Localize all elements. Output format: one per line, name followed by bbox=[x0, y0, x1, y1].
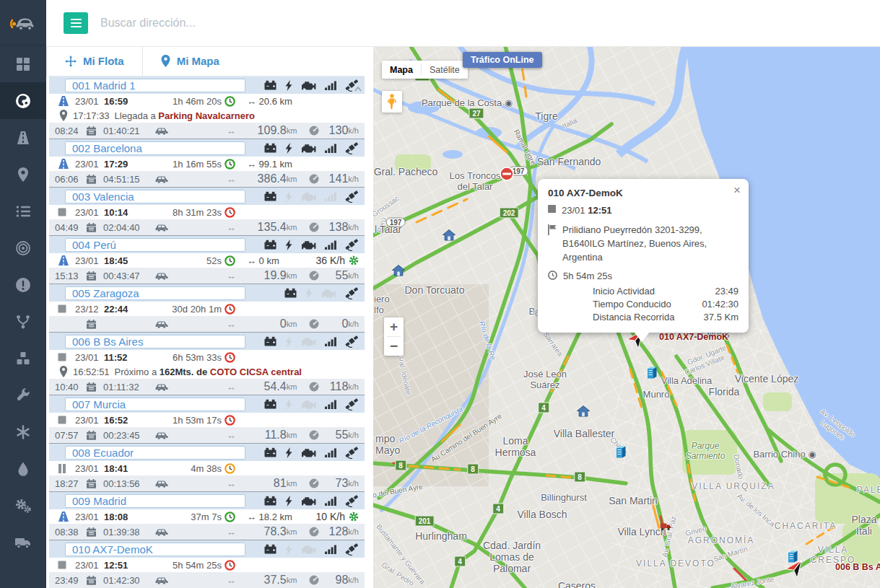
popup-stat-row: Inicio Actividad23:49 bbox=[548, 286, 739, 297]
vehicle-marker-label[interactable]: 006 B Bs Aires bbox=[835, 562, 880, 572]
zoom-out-button[interactable]: − bbox=[384, 337, 404, 356]
vehicle-name[interactable]: 006 B Bs Aires bbox=[65, 335, 245, 348]
distance-unit: km bbox=[287, 576, 297, 584]
vehicle-header: 004 Perú bbox=[49, 236, 365, 253]
battery-status-icon bbox=[264, 399, 276, 409]
vehicle-marker-label[interactable]: 010 AX7-DemoK bbox=[659, 332, 728, 342]
hamburger-menu-button[interactable] bbox=[64, 12, 88, 34]
house-icon[interactable] bbox=[443, 229, 456, 244]
sidebar-item-road[interactable] bbox=[0, 119, 46, 156]
vehicle-name[interactable]: 001 Madrid 1 bbox=[65, 79, 245, 92]
map-type-satelite-button[interactable]: Satélite bbox=[422, 65, 468, 75]
flag-icon bbox=[548, 224, 557, 235]
scroll-up-icon[interactable] bbox=[354, 82, 362, 95]
wrench-icon bbox=[15, 387, 31, 403]
vehicle-name[interactable]: 010 AX7-DemoK bbox=[65, 543, 245, 556]
sidebar-item-list[interactable] bbox=[0, 193, 46, 229]
popup-activity-stats: Inicio Actividad23:49Tiempo Conducido01:… bbox=[548, 286, 739, 322]
sidebar-item-fork[interactable] bbox=[0, 303, 46, 340]
distance-unit: km bbox=[287, 431, 297, 439]
map-canvas[interactable]: Parque de la Costa ◉TigreItaliaSan Ferna… bbox=[373, 46, 880, 588]
vehicle-name[interactable]: 002 Barcelona bbox=[65, 141, 245, 155]
vehicle-header: 005 Zaragoza bbox=[49, 284, 365, 302]
sidebar-item-alert[interactable] bbox=[0, 266, 46, 303]
traffic-online-button[interactable]: Tráfico OnLine bbox=[463, 52, 542, 68]
app-logo-car-icon[interactable] bbox=[0, 0, 46, 45]
drop-icon bbox=[15, 461, 31, 477]
gear-icon bbox=[349, 255, 359, 266]
house-icon[interactable] bbox=[577, 405, 590, 420]
status-date: 23/01 bbox=[75, 255, 104, 266]
trip-distance: ↔ 20.6 km bbox=[247, 96, 292, 107]
sidebar-item-gears[interactable] bbox=[0, 487, 46, 524]
duration-clock-icon bbox=[225, 415, 235, 426]
search-input[interactable] bbox=[99, 16, 340, 30]
stop-state-icon bbox=[58, 304, 75, 313]
signal-status-icon bbox=[325, 144, 336, 153]
sat-status-icon bbox=[345, 190, 359, 203]
start-time: 07:57 bbox=[55, 430, 85, 441]
event-text: Llegada a Parking Navalcarnero bbox=[115, 110, 255, 121]
street-view-pegman-button[interactable] bbox=[382, 91, 402, 113]
sidebar-item-drop[interactable] bbox=[0, 450, 46, 487]
zoom-in-button[interactable]: + bbox=[384, 317, 404, 336]
distance-arrows-icon: ↔ bbox=[227, 478, 236, 489]
building-icon[interactable] bbox=[646, 366, 658, 382]
signal-status-icon bbox=[325, 545, 336, 554]
tab-mi-flota[interactable]: Mi Flota bbox=[46, 46, 143, 76]
house-icon[interactable] bbox=[392, 265, 405, 279]
road-state-icon bbox=[58, 95, 75, 107]
max-speed: 55 bbox=[323, 269, 348, 282]
popup-close-button[interactable]: × bbox=[733, 184, 741, 196]
max-speed: 128 bbox=[323, 525, 348, 538]
sidebar-item-wrench[interactable] bbox=[0, 377, 46, 413]
distance-arrows-icon: ↔ bbox=[227, 319, 236, 330]
tab-mi-mapa-label: Mi Mapa bbox=[177, 55, 219, 67]
pegman-icon bbox=[387, 94, 397, 110]
vehicle-name[interactable]: 008 Ecuador bbox=[65, 446, 245, 460]
sidebar-item-pin[interactable] bbox=[0, 156, 46, 193]
vehicle-name[interactable]: 005 Zaragoza bbox=[65, 286, 245, 300]
sat-status-icon bbox=[345, 543, 359, 556]
pin-icon bbox=[15, 167, 31, 183]
total-distance: 78.3 bbox=[246, 525, 287, 538]
sidebar-item-globe[interactable] bbox=[0, 82, 46, 119]
vehicle-name[interactable]: 009 Madrid bbox=[65, 494, 245, 508]
driving-time: 01:11:32 bbox=[103, 382, 148, 392]
bolt-status-icon bbox=[285, 143, 292, 154]
distance-arrows-icon: ↔ bbox=[227, 271, 236, 281]
vehicle-name[interactable]: 007 Murcia bbox=[65, 398, 245, 411]
sidebar-item-truck[interactable] bbox=[0, 524, 46, 561]
stat-label: Inicio Actividad bbox=[593, 286, 655, 297]
speed-unit: k/h bbox=[348, 479, 359, 488]
vehicle-header: 010 AX7-DemoK bbox=[49, 540, 365, 558]
sidebar-item-asterisk[interactable] bbox=[0, 413, 46, 450]
sidebar-item-cubes[interactable] bbox=[0, 340, 46, 377]
max-speed: 98 bbox=[323, 574, 348, 587]
no-entry-icon[interactable] bbox=[500, 167, 514, 184]
vehicle-name[interactable]: 003 Valencia bbox=[65, 190, 245, 203]
speed-unit: k/h bbox=[348, 527, 359, 536]
engine-status-icon bbox=[301, 399, 316, 409]
vehicle-summary-row: 04:49 02:04:40 ↔ 135.4 km 138 k/h bbox=[49, 219, 365, 236]
location-pin-icon bbox=[59, 110, 68, 121]
tab-mi-mapa[interactable]: Mi Mapa bbox=[143, 46, 238, 76]
red-truck-icon[interactable] bbox=[661, 520, 671, 533]
sidebar-item-target[interactable] bbox=[0, 229, 46, 266]
status-date: 23/01 bbox=[75, 159, 104, 170]
speedometer-icon bbox=[308, 271, 320, 281]
sidebar-item-grid[interactable] bbox=[0, 45, 46, 82]
max-speed: 55 bbox=[323, 429, 348, 442]
map-type-mapa-button[interactable]: Mapa bbox=[382, 65, 421, 75]
start-time: 08:38 bbox=[55, 527, 85, 537]
vehicle-status-row: 23/01 18:08 37m 7s ↔ 18.2 km 10 K/h bbox=[49, 509, 365, 524]
building-icon[interactable] bbox=[615, 445, 627, 462]
vehicle-event-row: 17:17:33 Llegada a Parking Navalcarnero bbox=[49, 108, 365, 123]
sat-status-icon bbox=[345, 287, 359, 299]
vehicle-list[interactable]: 001 Madrid 1 23/01 16:59 1h 46m 20s ↔ 20… bbox=[46, 76, 365, 588]
vehicle-marker-arrow-icon[interactable] bbox=[785, 556, 807, 581]
total-distance: 37.5 bbox=[246, 574, 287, 587]
driving-time: 04:51:15 bbox=[103, 174, 148, 185]
stop-state-icon bbox=[58, 208, 75, 216]
vehicle-name[interactable]: 004 Perú bbox=[65, 238, 245, 252]
